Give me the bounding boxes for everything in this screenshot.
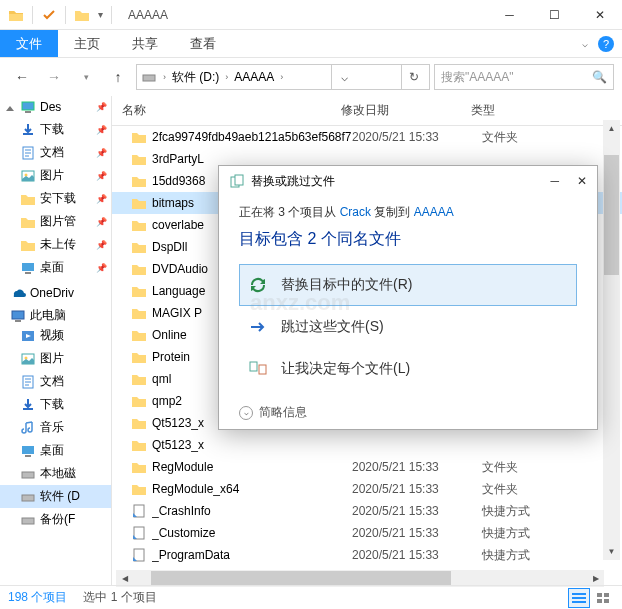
nav-up[interactable]: ↑ (104, 63, 132, 91)
nav-thispc[interactable]: 此电脑 (0, 307, 111, 324)
column-date[interactable]: 修改日期 (337, 102, 467, 119)
ribbon-tab-share[interactable]: 共享 (116, 30, 174, 57)
shortcut-icon (130, 546, 148, 564)
svg-rect-19 (134, 505, 144, 517)
option-decide[interactable]: 让我决定每个文件(L) (239, 348, 577, 390)
svg-rect-29 (604, 593, 609, 597)
folder-icon (130, 414, 148, 432)
nav-quick-item[interactable]: 文档📌 (0, 141, 111, 164)
qat-dropdown[interactable]: ▾ (98, 9, 103, 20)
nav-onedrive[interactable]: OneDriv (0, 285, 111, 301)
file-row[interactable]: 2fca99749fdb49aeb121a5b63ef568f72020/5/2… (112, 126, 622, 148)
nav-quick-item[interactable]: 安下载📌 (0, 187, 111, 210)
nav-back[interactable]: ← (8, 63, 36, 91)
svg-rect-18 (22, 518, 34, 524)
nav-history[interactable]: ▾ (72, 63, 100, 91)
dropdown-history[interactable]: ⌵ (331, 65, 357, 89)
file-date: 2020/5/21 15:33 (352, 460, 482, 474)
nav-quick-item[interactable]: Des📌 (0, 96, 111, 118)
help-icon[interactable]: ? (598, 36, 614, 52)
chevron-down-icon: ⌵ (239, 406, 253, 420)
file-row[interactable]: RegModule2020/5/21 15:33文件夹 (112, 456, 622, 478)
folder-icon (130, 172, 148, 190)
column-type[interactable]: 类型 (467, 102, 622, 119)
svg-rect-28 (597, 593, 602, 597)
compare-icon (247, 358, 269, 380)
svg-rect-27 (572, 601, 586, 603)
nav-pc-item[interactable]: 本地磁 (0, 462, 111, 485)
chevron-right-icon[interactable]: › (159, 72, 170, 82)
column-name[interactable]: 名称 (112, 102, 337, 119)
close-button[interactable]: ✕ (577, 0, 622, 30)
file-type: 快捷方式 (482, 525, 530, 542)
file-date: 2020/5/21 15:33 (352, 526, 482, 540)
nav-pc-item[interactable]: 下载 (0, 393, 111, 416)
file-row[interactable]: _ProgramData2020/5/21 15:33快捷方式 (112, 544, 622, 566)
view-icons-button[interactable] (592, 588, 614, 608)
file-name: RegModule_x64 (152, 482, 352, 496)
folder-icon (130, 194, 148, 212)
svg-rect-1 (22, 102, 34, 110)
option-more-details[interactable]: ⌵ 简略信息 (239, 404, 577, 421)
svg-rect-35 (259, 365, 266, 374)
qat-folder-icon[interactable] (74, 7, 90, 23)
folder-icon (130, 282, 148, 300)
nav-pc-item[interactable]: 视频 (0, 324, 111, 347)
chevron-right-icon[interactable]: › (276, 72, 287, 82)
nav-pc-item[interactable]: 文档 (0, 370, 111, 393)
pin-icon: 📌 (96, 240, 107, 250)
folder-icon (130, 348, 148, 366)
dialog-heading: 目标包含 2 个同名文件 (239, 229, 577, 250)
svg-rect-15 (25, 455, 31, 457)
option-replace[interactable]: 替换目标中的文件(R) (239, 264, 577, 306)
dialog-close[interactable]: ✕ (577, 174, 587, 188)
search-input[interactable]: 搜索"AAAAA" 🔍 (434, 64, 614, 90)
nav-quick-item[interactable]: 下载📌 (0, 118, 111, 141)
minimize-button[interactable]: ─ (487, 0, 532, 30)
file-row[interactable]: _Customize2020/5/21 15:33快捷方式 (112, 522, 622, 544)
file-row[interactable]: Qt5123_x (112, 434, 622, 456)
file-row[interactable]: _CrashInfo2020/5/21 15:33快捷方式 (112, 500, 622, 522)
ribbon-file-tab[interactable]: 文件 (0, 30, 58, 57)
breadcrumb-seg-1[interactable]: AAAAA (232, 70, 276, 84)
navigation-pane[interactable]: Des📌下载📌文档📌图片📌安下载📌图片管📌未上传📌桌面📌 OneDriv 此电脑… (0, 96, 112, 586)
nav-quick-item[interactable]: 图片📌 (0, 164, 111, 187)
nav-pc-item[interactable]: 软件 (D (0, 485, 111, 508)
file-name: Qt5123_x (152, 438, 352, 452)
breadcrumb[interactable]: › 软件 (D:) › AAAAA › ⌵ ↻ (136, 64, 430, 90)
svg-rect-34 (250, 362, 257, 371)
ribbon-tab-home[interactable]: 主页 (58, 30, 116, 57)
option-skip[interactable]: 跳过这些文件(S) (239, 306, 577, 348)
vertical-scrollbar[interactable]: ▲ ▼ (603, 120, 620, 560)
view-details-button[interactable] (568, 588, 590, 608)
refresh-icon[interactable]: ↻ (401, 65, 427, 89)
nav-forward: → (40, 63, 68, 91)
ribbon-tab-view[interactable]: 查看 (174, 30, 232, 57)
svg-rect-20 (134, 527, 144, 539)
chevron-right-icon[interactable]: › (221, 72, 232, 82)
nav-pc-item[interactable]: 音乐 (0, 416, 111, 439)
ribbon-expand[interactable]: ⌵ (582, 38, 588, 49)
file-name: _CrashInfo (152, 504, 352, 518)
file-type: 快捷方式 (482, 547, 530, 564)
check-icon[interactable] (41, 7, 57, 23)
nav-quick-item[interactable]: 桌面📌 (0, 256, 111, 279)
nav-pc-item[interactable]: 图片 (0, 347, 111, 370)
file-row[interactable]: RegModule_x642020/5/21 15:33文件夹 (112, 478, 622, 500)
shortcut-icon (130, 524, 148, 542)
status-item-count: 198 个项目 (8, 589, 67, 606)
nav-quick-item[interactable]: 图片管📌 (0, 210, 111, 233)
nav-quick-item[interactable]: 未上传📌 (0, 233, 111, 256)
svg-rect-16 (22, 472, 34, 478)
file-date: 2020/5/21 15:33 (352, 482, 482, 496)
breadcrumb-drive-icon (139, 69, 159, 85)
file-name: 3rdPartyL (152, 152, 352, 166)
nav-pc-item[interactable]: 桌面 (0, 439, 111, 462)
breadcrumb-seg-0[interactable]: 软件 (D:) (170, 69, 221, 86)
maximize-button[interactable]: ☐ (532, 0, 577, 30)
nav-pc-item[interactable]: 备份(F (0, 508, 111, 531)
dialog-minimize[interactable]: ─ (550, 174, 559, 188)
svg-rect-26 (572, 597, 586, 599)
svg-rect-17 (22, 495, 34, 501)
search-icon[interactable]: 🔍 (592, 70, 607, 84)
